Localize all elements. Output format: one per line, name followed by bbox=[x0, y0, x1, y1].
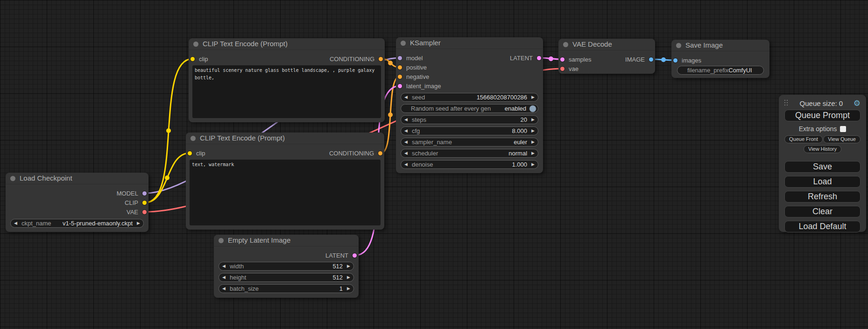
collapse-dot-icon[interactable] bbox=[401, 41, 406, 46]
output-label-conditioning: CONDITIONING bbox=[330, 55, 374, 64]
node-title-bar[interactable]: Empty Latent Image bbox=[214, 235, 359, 246]
widget-value: 1.000 bbox=[512, 161, 528, 168]
output-port-conditioning[interactable] bbox=[378, 151, 382, 155]
widget-denoise[interactable]: ◀ denoise 1.000 ▶ bbox=[401, 160, 538, 169]
collapse-dot-icon[interactable] bbox=[676, 43, 681, 48]
arrow-left-icon[interactable]: ◀ bbox=[404, 151, 408, 155]
collapse-dot-icon[interactable] bbox=[191, 136, 196, 141]
input-port-samples[interactable] bbox=[560, 57, 565, 62]
node-load-checkpoint[interactable]: Load Checkpoint MODEL CLIP VAE ◀ ckpt_na… bbox=[6, 173, 148, 232]
toggle-icon[interactable] bbox=[529, 105, 536, 112]
input-port-negative[interactable] bbox=[398, 75, 402, 79]
widget-label: filename_prefix bbox=[687, 67, 728, 74]
widget-random-seed-toggle[interactable]: Random seed after every gen enabled bbox=[401, 104, 538, 113]
prompt-textarea[interactable]: beautiful scenery nature glass bottle la… bbox=[192, 65, 381, 118]
gear-icon[interactable]: ⚙ bbox=[854, 99, 861, 107]
widget-height[interactable]: ◀ height 512 ▶ bbox=[219, 273, 354, 282]
arrow-left-icon[interactable]: ◀ bbox=[404, 118, 408, 122]
output-port-latent[interactable] bbox=[537, 56, 541, 60]
widget-batch-size[interactable]: ◀ batch_size 1 ▶ bbox=[219, 284, 354, 293]
widget-ckpt-name[interactable]: ◀ ckpt_name v1-5-pruned-emaonly.ckpt ▶ bbox=[10, 219, 144, 228]
collapse-dot-icon[interactable] bbox=[193, 42, 198, 47]
input-port-vae[interactable] bbox=[560, 67, 565, 71]
drag-handle-icon[interactable] bbox=[784, 100, 789, 107]
node-clip-text-encode-negative[interactable]: CLIP Text Encode (Prompt) clip CONDITION… bbox=[186, 133, 384, 230]
link-midpoint-dot[interactable] bbox=[661, 57, 666, 62]
clear-button[interactable]: Clear bbox=[784, 206, 861, 217]
widget-scheduler[interactable]: ◀ scheduler normal ▶ bbox=[401, 149, 538, 158]
node-title-bar[interactable]: Save Image bbox=[671, 40, 769, 51]
link-midpoint-dot[interactable] bbox=[165, 175, 169, 180]
widget-cfg[interactable]: ◀ cfg 8.000 ▶ bbox=[401, 126, 538, 135]
widget-value: 156680208700286 bbox=[477, 94, 527, 101]
output-port-image[interactable] bbox=[649, 57, 653, 62]
node-title-bar[interactable]: CLIP Text Encode (Prompt) bbox=[186, 133, 384, 144]
link-midpoint-dot[interactable] bbox=[388, 112, 393, 117]
arrow-right-icon[interactable]: ▶ bbox=[531, 140, 535, 144]
arrow-right-icon[interactable]: ▶ bbox=[531, 162, 535, 167]
arrow-right-icon[interactable]: ▶ bbox=[531, 95, 535, 99]
prompt-textarea[interactable]: text, watermark bbox=[190, 160, 381, 225]
node-clip-text-encode-positive[interactable]: CLIP Text Encode (Prompt) clip CONDITION… bbox=[189, 38, 385, 122]
input-port-clip[interactable] bbox=[191, 57, 195, 61]
node-vae-decode[interactable]: VAE Decode samples IMAGE vae bbox=[558, 39, 655, 74]
arrow-right-icon[interactable]: ▶ bbox=[531, 118, 535, 122]
load-button[interactable]: Load bbox=[784, 176, 861, 188]
collapse-dot-icon[interactable] bbox=[10, 176, 15, 181]
arrow-left-icon[interactable]: ◀ bbox=[14, 221, 17, 225]
queue-prompt-button[interactable]: Queue Prompt bbox=[784, 110, 861, 121]
arrow-left-icon[interactable]: ◀ bbox=[222, 275, 226, 280]
node-title-bar[interactable]: VAE Decode bbox=[558, 39, 655, 50]
view-queue-button[interactable]: View Queue bbox=[823, 135, 861, 143]
arrow-right-icon[interactable]: ▶ bbox=[347, 264, 350, 268]
collapse-dot-icon[interactable] bbox=[219, 238, 224, 243]
output-label-latent: LATENT bbox=[325, 251, 348, 260]
arrow-right-icon[interactable]: ▶ bbox=[347, 287, 350, 291]
node-title-bar[interactable]: Load Checkpoint bbox=[6, 173, 148, 184]
arrow-left-icon[interactable]: ◀ bbox=[404, 129, 408, 133]
output-port-latent[interactable] bbox=[353, 253, 357, 258]
arrow-left-icon[interactable]: ◀ bbox=[404, 162, 408, 167]
node-save-image[interactable]: Save Image images filename_prefix ComfyU… bbox=[671, 40, 769, 78]
output-port-conditioning[interactable] bbox=[379, 57, 383, 61]
view-history-button[interactable]: View History bbox=[804, 145, 841, 153]
output-port-model[interactable] bbox=[142, 191, 147, 196]
widget-seed[interactable]: ◀ seed 156680208700286 ▶ bbox=[401, 93, 538, 102]
input-port-latent-image[interactable] bbox=[398, 84, 402, 88]
node-graph-canvas[interactable]: Load Checkpoint MODEL CLIP VAE ◀ ckpt_na… bbox=[0, 0, 868, 329]
arrow-right-icon[interactable]: ▶ bbox=[347, 275, 350, 280]
input-port-positive[interactable] bbox=[398, 65, 402, 70]
widget-label: sampler_name bbox=[412, 139, 452, 146]
widget-filename-prefix[interactable]: filename_prefix ComfyUI bbox=[677, 66, 764, 75]
output-port-vae[interactable] bbox=[142, 210, 147, 214]
node-title-bar[interactable]: CLIP Text Encode (Prompt) bbox=[189, 38, 385, 50]
save-button[interactable]: Save bbox=[784, 161, 861, 173]
arrow-left-icon[interactable]: ◀ bbox=[222, 287, 226, 291]
widget-steps[interactable]: ◀ steps 20 ▶ bbox=[401, 115, 538, 124]
link-midpoint-dot[interactable] bbox=[166, 128, 171, 133]
input-port-clip[interactable] bbox=[188, 151, 192, 155]
input-label-vae: vae bbox=[569, 64, 579, 74]
queue-front-button[interactable]: Queue Front bbox=[784, 135, 823, 143]
extra-options-checkbox[interactable] bbox=[840, 126, 846, 132]
node-ksampler[interactable]: KSampler model LATENT positive negative … bbox=[396, 37, 543, 173]
node-empty-latent-image[interactable]: Empty Latent Image LATENT ◀ width 512 ▶ … bbox=[214, 235, 359, 298]
arrow-left-icon[interactable]: ◀ bbox=[404, 95, 408, 99]
widget-width[interactable]: ◀ width 512 ▶ bbox=[219, 262, 354, 271]
node-title-bar[interactable]: KSampler bbox=[396, 37, 543, 49]
arrow-right-icon[interactable]: ▶ bbox=[531, 151, 535, 155]
arrow-right-icon[interactable]: ▶ bbox=[137, 221, 140, 225]
load-default-button[interactable]: Load Default bbox=[784, 221, 861, 232]
arrow-left-icon[interactable]: ◀ bbox=[222, 264, 226, 268]
link-midpoint-dot[interactable] bbox=[388, 61, 393, 65]
queue-menu-panel[interactable]: Queue size: 0 ⚙ Queue Prompt Extra optio… bbox=[779, 95, 866, 232]
input-port-model[interactable] bbox=[398, 56, 402, 60]
arrow-left-icon[interactable]: ◀ bbox=[404, 140, 408, 144]
refresh-button[interactable]: Refresh bbox=[784, 191, 861, 203]
arrow-right-icon[interactable]: ▶ bbox=[531, 129, 535, 133]
link-midpoint-dot[interactable] bbox=[549, 56, 553, 61]
output-port-clip[interactable] bbox=[142, 201, 147, 205]
input-port-images[interactable] bbox=[673, 58, 677, 63]
widget-sampler-name[interactable]: ◀ sampler_name euler ▶ bbox=[401, 138, 538, 147]
collapse-dot-icon[interactable] bbox=[563, 42, 568, 47]
